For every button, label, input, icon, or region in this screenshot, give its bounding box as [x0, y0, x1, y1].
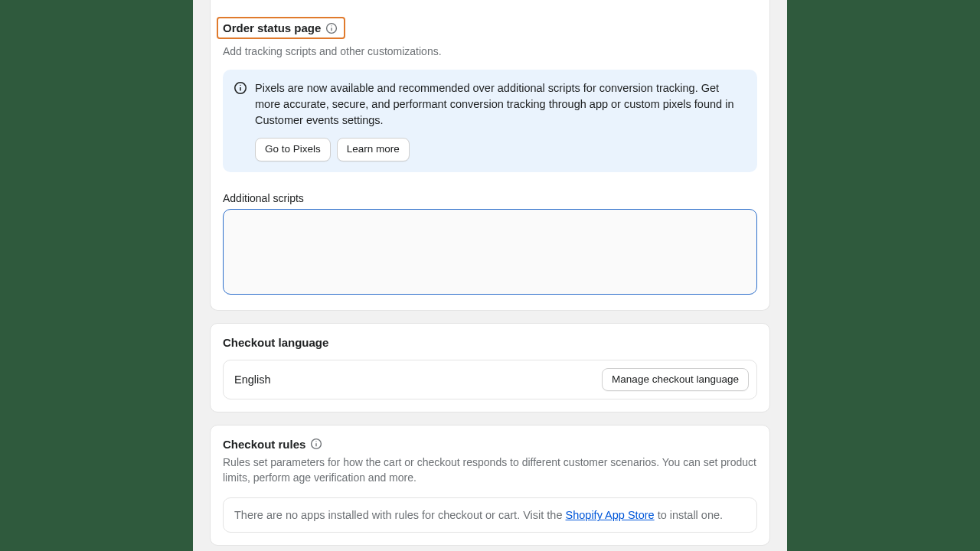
checkout-rules-empty-suffix: to install one. [655, 509, 723, 521]
order-status-subtext: Add tracking scripts and other customiza… [223, 44, 757, 59]
shopify-app-store-link[interactable]: Shopify App Store [566, 509, 655, 521]
learn-more-button[interactable]: Learn more [337, 138, 410, 161]
checkout-rules-empty-prefix: There are no apps installed with rules f… [234, 509, 566, 521]
pixels-banner: Pixels are now available and recommended… [223, 70, 757, 171]
manage-checkout-language-button[interactable]: Manage checkout language [602, 368, 749, 391]
checkout-language-heading: Checkout language [223, 336, 757, 349]
checkout-rules-empty: There are no apps installed with rules f… [223, 497, 757, 533]
info-icon[interactable] [325, 22, 338, 34]
pixels-banner-actions: Go to Pixels Learn more [255, 138, 745, 161]
pixels-banner-body: Pixels are now available and recommended… [255, 80, 745, 161]
checkout-rules-subtext: Rules set parameters for how the cart or… [223, 455, 757, 486]
settings-page: Order status page Add tracking scripts a… [193, 0, 787, 551]
svg-point-2 [332, 25, 332, 26]
info-icon[interactable] [310, 438, 322, 450]
order-status-heading-highlight: Order status page [217, 17, 345, 39]
checkout-rules-heading-row: Checkout rules [223, 438, 322, 451]
info-icon [234, 81, 247, 161]
additional-scripts-label: Additional scripts [223, 192, 757, 204]
svg-point-5 [240, 85, 240, 86]
additional-scripts-input[interactable] [223, 209, 757, 295]
checkout-language-row: English Manage checkout language [223, 360, 757, 399]
order-status-card: Order status page Add tracking scripts a… [210, 0, 770, 311]
pixels-banner-text: Pixels are now available and recommended… [255, 80, 745, 129]
checkout-rules-heading: Checkout rules [223, 438, 305, 451]
svg-point-8 [316, 441, 317, 442]
order-status-heading: Order status page [223, 21, 321, 34]
checkout-rules-card: Checkout rules Rules set parameters for … [210, 425, 770, 546]
checkout-language-value: English [234, 373, 271, 386]
checkout-language-card: Checkout language English Manage checkou… [210, 323, 770, 412]
go-to-pixels-button[interactable]: Go to Pixels [255, 138, 331, 161]
